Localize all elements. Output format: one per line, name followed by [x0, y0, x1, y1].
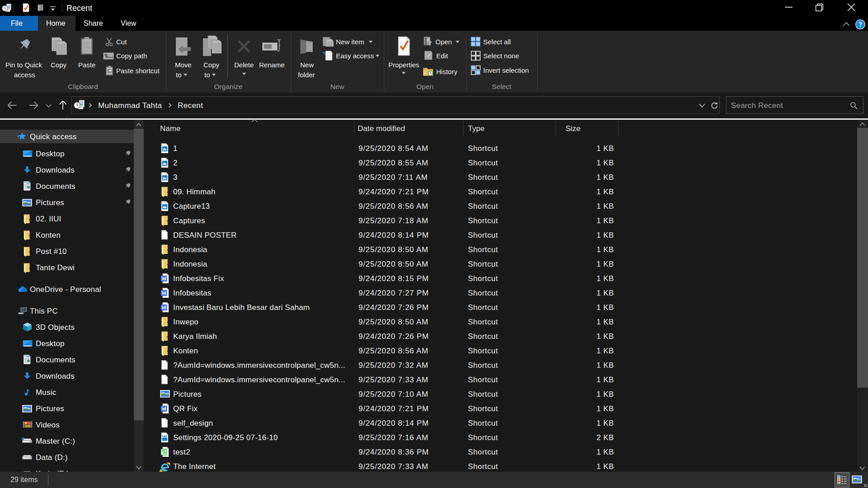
- svg-text:?: ?: [859, 21, 863, 28]
